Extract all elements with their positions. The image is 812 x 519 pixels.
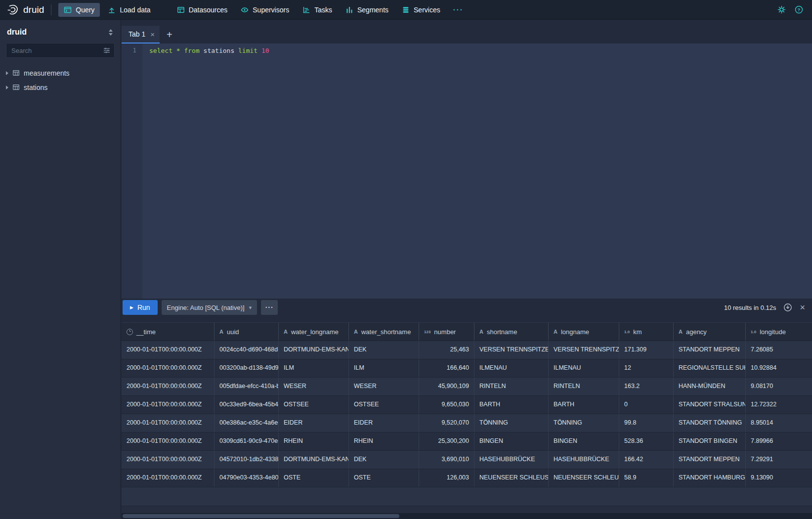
column-header-shortname[interactable]: Ashortname bbox=[474, 323, 549, 341]
table-cell[interactable]: 0024cc40-d690-468d-84 bbox=[214, 341, 279, 359]
table-cell[interactable]: VERSEN TRENNSPITZE bbox=[549, 341, 619, 359]
table-cell[interactable]: 04572010-1db2-4338-85 bbox=[214, 451, 279, 469]
column-header-number[interactable]: 123number bbox=[419, 323, 474, 341]
table-cell[interactable]: TÖNNING bbox=[549, 414, 619, 432]
table-cell[interactable]: 171.309 bbox=[619, 341, 674, 359]
search-input[interactable] bbox=[6, 43, 115, 58]
table-cell[interactable]: 528.36 bbox=[619, 432, 674, 450]
table-cell[interactable]: RINTELN bbox=[549, 378, 619, 395]
table-cell[interactable]: HANN-MÜNDEN bbox=[674, 378, 746, 395]
table-cell[interactable]: 0 bbox=[619, 396, 674, 414]
table-cell[interactable]: NEUENSEER SCHLEUSEN bbox=[549, 469, 619, 487]
query-more-button[interactable]: ··· bbox=[261, 300, 278, 315]
column-header-agency[interactable]: Aagency bbox=[674, 323, 746, 341]
nav-item-supervisors[interactable]: Supervisors bbox=[235, 3, 295, 17]
table-cell[interactable]: OSTSEE bbox=[349, 396, 419, 414]
table-cell[interactable]: DORTMUND-EMS-KANA bbox=[279, 451, 349, 469]
table-cell[interactable]: OSTE bbox=[349, 469, 419, 487]
table-cell[interactable]: STANDORT MEPPEN bbox=[674, 341, 746, 359]
table-cell[interactable]: 003200ab-d138-49d9-aa bbox=[214, 359, 279, 377]
chevron-right-icon[interactable] bbox=[6, 71, 8, 75]
table-cell[interactable]: 9.08170 bbox=[746, 378, 812, 395]
table-cell[interactable]: 3,690,010 bbox=[419, 451, 474, 469]
help-icon[interactable]: ? bbox=[795, 5, 803, 14]
nav-item-tasks[interactable]: Tasks bbox=[297, 3, 338, 17]
table-cell[interactable]: 7.89966 bbox=[746, 432, 812, 450]
table-cell[interactable]: DEK bbox=[349, 341, 419, 359]
run-button[interactable]: ▶ Run bbox=[123, 300, 158, 315]
table-cell[interactable]: EIDER bbox=[349, 414, 419, 432]
column-header-water_longname[interactable]: Awater_longname bbox=[279, 323, 349, 341]
table-cell[interactable]: 9,650,030 bbox=[419, 396, 474, 414]
table-cell[interactable]: WESER bbox=[279, 378, 349, 395]
table-cell[interactable]: 45,900,109 bbox=[419, 378, 474, 395]
sort-icon[interactable] bbox=[108, 28, 114, 37]
column-header-km[interactable]: 1.0km bbox=[619, 323, 674, 341]
new-tab-button[interactable]: + bbox=[167, 26, 172, 43]
table-cell[interactable]: TÖNNING bbox=[474, 414, 549, 432]
settings-gear-icon[interactable] bbox=[777, 5, 786, 14]
table-cell[interactable]: 25,463 bbox=[419, 341, 474, 359]
table-cell[interactable]: 7.26085 bbox=[746, 341, 812, 359]
table-cell[interactable]: 126,003 bbox=[419, 469, 474, 487]
table-cell[interactable]: ILMENAU bbox=[549, 359, 619, 377]
table-cell[interactable]: ILM bbox=[349, 359, 419, 377]
table-cell[interactable]: ILM bbox=[279, 359, 349, 377]
table-cell[interactable]: 8.95014 bbox=[746, 414, 812, 432]
table-cell[interactable]: RHEIN bbox=[349, 432, 419, 450]
table-cell[interactable]: DEK bbox=[349, 451, 419, 469]
engine-select-button[interactable]: Engine: Auto [SQL (native)] ▾ bbox=[162, 300, 257, 315]
table-cell[interactable]: BARTH bbox=[549, 396, 619, 414]
table-cell[interactable]: 0309cd61-90c9-470e-99 bbox=[214, 432, 279, 450]
table-cell[interactable]: STANDORT TÖNNING bbox=[674, 414, 746, 432]
scrollbar-thumb[interactable] bbox=[123, 514, 399, 518]
query-editor[interactable]: 1 select * from stations limit 10 bbox=[122, 43, 812, 299]
table-cell[interactable]: 005dfdae-efcc-410a-bf1 bbox=[214, 378, 279, 395]
table-cell[interactable]: HASEHUBBRÜCKE bbox=[474, 451, 549, 469]
table-cell[interactable]: STANDORT BINGEN bbox=[674, 432, 746, 450]
table-cell[interactable]: DORTMUND-EMS-KANA bbox=[279, 341, 349, 359]
nav-item-segments[interactable]: Segments bbox=[340, 3, 394, 17]
table-cell[interactable]: OSTE bbox=[279, 469, 349, 487]
table-cell[interactable]: NEUENSEER SCHLEUSEN bbox=[474, 469, 549, 487]
tree-item-measurements[interactable]: measurements bbox=[0, 66, 121, 80]
nav-item-services[interactable]: Services bbox=[396, 3, 446, 17]
table-cell[interactable]: ILMENAU bbox=[474, 359, 549, 377]
nav-more-button[interactable]: ··· bbox=[448, 2, 469, 17]
close-results-icon[interactable]: × bbox=[800, 303, 805, 312]
table-cell[interactable]: 163.2 bbox=[619, 378, 674, 395]
table-cell[interactable]: HASEHUBBRÜCKE bbox=[549, 451, 619, 469]
table-cell[interactable]: 9,520,070 bbox=[419, 414, 474, 432]
table-cell[interactable]: 7.29291 bbox=[746, 451, 812, 469]
table-cell[interactable]: STANDORT STRALSUND bbox=[674, 396, 746, 414]
column-header-longitude[interactable]: 1.0longitude bbox=[746, 323, 812, 341]
table-cell[interactable]: BINGEN bbox=[549, 432, 619, 450]
table-cell[interactable]: 2000-01-01T00:00:00.000Z bbox=[122, 451, 214, 469]
tab-close-icon[interactable]: × bbox=[150, 31, 155, 38]
nav-item-load-data[interactable]: Load data bbox=[102, 3, 156, 17]
table-cell[interactable]: RINTELN bbox=[474, 378, 549, 395]
table-cell[interactable]: 2000-01-01T00:00:00.000Z bbox=[122, 396, 214, 414]
table-cell[interactable]: 2000-01-01T00:00:00.000Z bbox=[122, 469, 214, 487]
table-cell[interactable]: 12 bbox=[619, 359, 674, 377]
table-cell[interactable]: VERSEN TRENNSPITZE bbox=[474, 341, 549, 359]
code-area[interactable]: select * from stations limit 10 bbox=[142, 43, 812, 299]
table-cell[interactable]: 9.13090 bbox=[746, 469, 812, 487]
table-cell[interactable]: OSTSEE bbox=[279, 396, 349, 414]
nav-item-datasources[interactable]: Datasources bbox=[171, 3, 233, 17]
table-cell[interactable]: EIDER bbox=[279, 414, 349, 432]
table-cell[interactable]: 12.72322 bbox=[746, 396, 812, 414]
column-header-longname[interactable]: Alongname bbox=[549, 323, 619, 341]
column-header-water_shortname[interactable]: Awater_shortname bbox=[349, 323, 419, 341]
table-cell[interactable]: 2000-01-01T00:00:00.000Z bbox=[122, 341, 214, 359]
table-cell[interactable]: BINGEN bbox=[474, 432, 549, 450]
chevron-right-icon[interactable] bbox=[6, 86, 8, 89]
table-cell[interactable]: 2000-01-01T00:00:00.000Z bbox=[122, 378, 214, 395]
table-cell[interactable]: 25,300,200 bbox=[419, 432, 474, 450]
nav-item-query[interactable]: Query bbox=[58, 3, 100, 17]
table-cell[interactable]: RHEIN bbox=[279, 432, 349, 450]
download-icon[interactable] bbox=[783, 303, 792, 312]
table-cell[interactable]: 2000-01-01T00:00:00.000Z bbox=[122, 414, 214, 432]
table-cell[interactable]: STANDORT MEPPEN bbox=[674, 451, 746, 469]
column-header-__time[interactable]: __time bbox=[122, 323, 214, 341]
